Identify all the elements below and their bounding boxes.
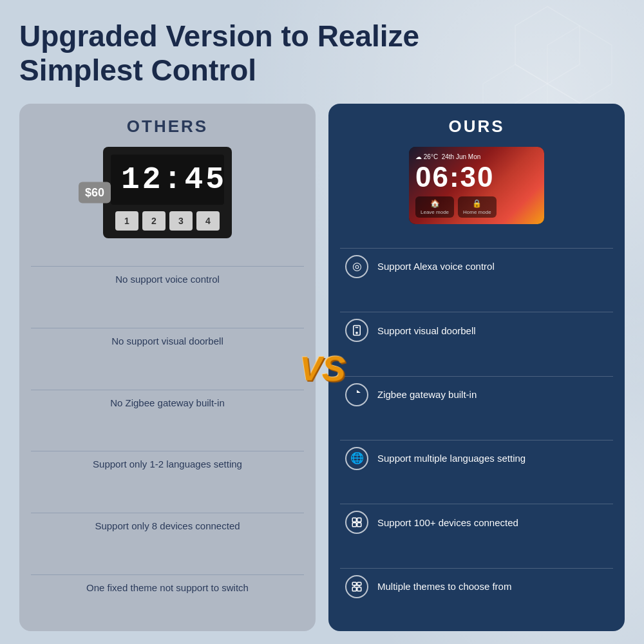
ours-feature-3: Zigbee gateway built-in (340, 376, 613, 413)
ours-feature-2-text: Support visual doorbell (377, 325, 476, 337)
ours-feature-4-text: Support multiple languages setting (377, 452, 526, 465)
home-mode-icon: 🔒 (472, 199, 482, 208)
ours-clock-time: 06:30 (415, 163, 538, 191)
svg-rect-22 (357, 587, 361, 591)
ours-feature-6: Multiple themes to choose from (340, 568, 613, 605)
price-tag: $60 (79, 182, 111, 203)
ours-device-display: ☁ 26°C 24th Jun Mon 06:30 🏠 Leave mode 🔒… (409, 147, 544, 224)
others-feature-2: No support visual doorbell (31, 328, 304, 354)
ours-feature-3-text: Zigbee gateway built-in (377, 388, 477, 401)
vs-container: VS (299, 348, 345, 388)
page-title: Upgraded Version to Realize Simplest Con… (19, 19, 502, 88)
channel-btn-2: 2 (142, 211, 166, 231)
alexa-icon: ◎ (345, 255, 368, 278)
ours-feature-2: Support visual doorbell (340, 312, 613, 348)
others-features-list: No support voice control No support visu… (31, 249, 304, 618)
leave-mode-btn: 🏠 Leave mode (415, 196, 454, 218)
ours-feature-1-text: Support Alexa voice control (377, 260, 495, 273)
devices-icon (345, 511, 368, 534)
ours-card-title: OURS (448, 117, 504, 137)
zigbee-icon (345, 383, 368, 406)
ours-feature-4: 🌐 Support multiple languages setting (340, 440, 613, 477)
home-mode-label: Home mode (463, 209, 491, 215)
svg-rect-17 (352, 523, 356, 527)
svg-rect-15 (352, 518, 356, 522)
svg-rect-21 (352, 587, 356, 591)
ours-feature-1: ◎ Support Alexa voice control (340, 248, 613, 285)
others-device-display: $60 12:45 1 2 3 4 (103, 147, 232, 238)
language-icon: 🌐 (345, 447, 368, 470)
others-card: OTHERS $60 12:45 1 2 3 4 No support voic… (19, 104, 316, 631)
others-feature-6: One fixed theme not support to switch (31, 574, 304, 601)
leave-mode-label: Leave mode (421, 209, 449, 215)
channel-btn-4: 4 (196, 211, 220, 231)
others-feature-5: Support only 8 devices connected (31, 513, 304, 539)
ours-weather-info: ☁ 26°C 24th Jun Mon (415, 153, 538, 160)
others-card-title: OTHERS (127, 117, 208, 137)
others-digital-clock: 12:45 (111, 155, 224, 205)
channel-buttons: 1 2 3 4 (111, 211, 224, 231)
channel-btn-3: 3 (169, 211, 193, 231)
others-clock-time: 12:45 (121, 162, 214, 197)
others-feature-4: Support only 1-2 languages setting (31, 451, 304, 477)
ours-card: OURS ☁ 26°C 24th Jun Mon 06:30 🏠 Leave m… (328, 104, 625, 631)
ours-features-list: ◎ Support Alexa voice control Support vi… (340, 234, 613, 618)
doorbell-icon (345, 319, 368, 342)
ours-modes: 🏠 Leave mode 🔒 Home mode (415, 196, 538, 218)
svg-rect-16 (357, 518, 361, 522)
svg-point-13 (356, 332, 357, 334)
main-content: Upgraded Version to Realize Simplest Con… (0, 0, 644, 644)
vs-label: VS (300, 348, 346, 389)
home-mode-btn: 🔒 Home mode (458, 196, 497, 218)
ours-feature-6-text: Multiple themes to choose from (377, 580, 511, 593)
ours-screen: ☁ 26°C 24th Jun Mon 06:30 🏠 Leave mode 🔒… (409, 147, 544, 224)
ours-feature-5-text: Support 100+ devices connected (377, 516, 518, 529)
themes-icon (345, 575, 368, 598)
others-feature-3: No Zigbee gateway built-in (31, 390, 304, 416)
ours-feature-5: Support 100+ devices connected (340, 504, 613, 540)
svg-rect-18 (357, 523, 361, 527)
others-feature-1: No support voice control (31, 266, 304, 292)
channel-btn-1: 1 (115, 211, 138, 231)
leave-mode-icon: 🏠 (430, 199, 440, 208)
comparison-wrapper: OTHERS $60 12:45 1 2 3 4 No support voic… (19, 104, 625, 631)
